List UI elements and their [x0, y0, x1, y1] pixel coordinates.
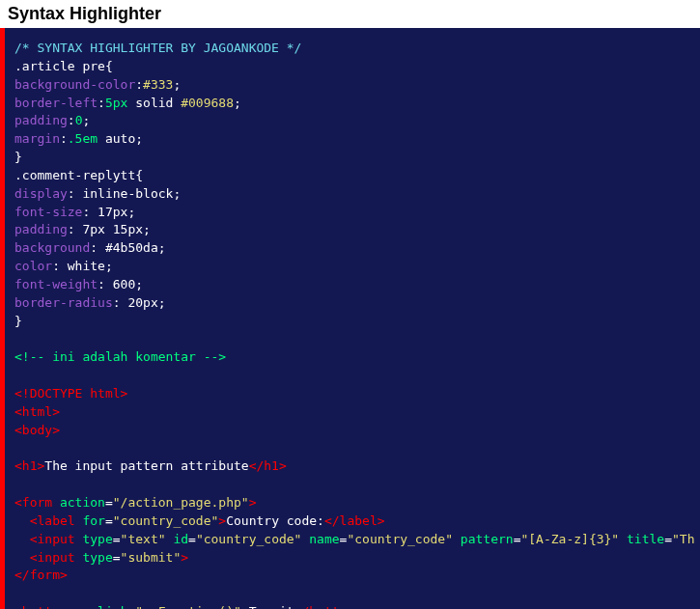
html-attr: type	[82, 550, 112, 565]
css-value: 7px 15px	[75, 222, 143, 236]
css-property: display	[14, 186, 68, 201]
html-attr: for	[82, 513, 104, 528]
css-property: padding	[14, 113, 68, 127]
html-comment: <!-- ini adalah komentar -->	[14, 349, 226, 364]
html-attr: type	[82, 532, 112, 546]
html-tag: body	[22, 423, 52, 437]
css-property: padding	[14, 222, 68, 236]
html-tag: html	[22, 404, 52, 419]
html-tag: form	[22, 495, 52, 510]
css-selector: .comment-replytt{	[14, 168, 143, 182]
html-tag: h1	[22, 458, 38, 473]
css-value: 17px	[90, 205, 127, 219]
css-property: border-left	[14, 96, 98, 110]
html-attr-value: "country_code"	[113, 513, 219, 528]
css-value: 20px	[121, 295, 158, 310]
css-value: 5px	[105, 96, 127, 110]
html-tag: label	[37, 513, 74, 528]
css-value: #4b50da	[98, 240, 158, 255]
html-tag: button	[22, 604, 68, 609]
css-comment: /* SYNTAX HIGHLIGHTER BY JAGOANKODE */	[14, 41, 301, 55]
css-value: inline-block	[75, 186, 174, 201]
html-attr: action	[60, 495, 105, 510]
css-value: #333	[143, 77, 173, 92]
css-property: background	[14, 240, 90, 255]
css-value: 600	[105, 277, 135, 291]
css-property: font-weight	[14, 277, 98, 291]
html-text: Country code:	[226, 513, 324, 528]
brace-close: }	[14, 150, 22, 164]
css-property: font-size	[14, 205, 82, 219]
doctype: <!DOCTYPE html>	[14, 386, 127, 401]
html-attr: onclick	[75, 604, 128, 609]
brace-close: }	[14, 314, 22, 328]
page-header: Syntax Highlighter	[0, 0, 700, 28]
css-value: .5em	[68, 131, 98, 146]
html-tag: input	[37, 550, 74, 565]
syntax-highlighted-code: /* SYNTAX HIGHLIGHTER BY JAGOANKODE */ .…	[0, 28, 700, 609]
css-property: background-color	[14, 77, 135, 92]
css-property: border-radius	[14, 295, 113, 310]
html-text: Try it	[249, 604, 294, 609]
page-title: Syntax Highlighter	[8, 4, 692, 24]
html-attr-value: "/action_page.php"	[113, 495, 249, 510]
html-text: The input pattern attribute	[44, 458, 248, 473]
html-tag: input	[37, 532, 74, 546]
css-property: margin	[14, 131, 60, 146]
css-value: white	[60, 259, 105, 273]
css-selector: .article pre{	[14, 59, 113, 73]
css-property: color	[14, 259, 52, 273]
